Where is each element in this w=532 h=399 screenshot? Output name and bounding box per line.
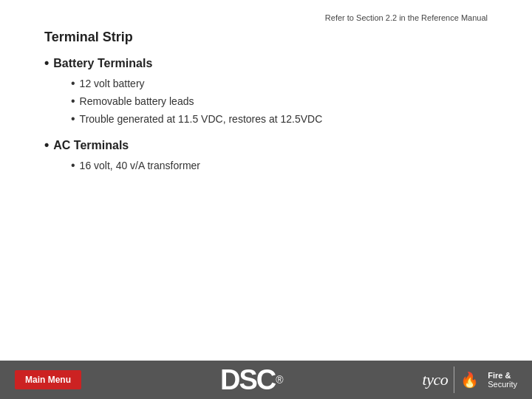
list-item: 16 volt, 40 v/A transformer — [71, 159, 488, 172]
dsc-logo: DSC® — [220, 364, 284, 396]
footer: Main Menu DSC® tyco 🔥 Fire & Security — [0, 361, 532, 399]
ac-terminals-group: AC Terminals 16 volt, 40 v/A transformer — [44, 137, 488, 172]
flame-icon: 🔥 — [460, 371, 479, 389]
ac-terminals-heading: AC Terminals — [44, 137, 488, 153]
list-item: Trouble generated at 11.5 VDC, restores … — [71, 112, 488, 126]
battery-terminals-heading: Battery Terminals — [44, 55, 488, 71]
list-item: Removable battery leads — [71, 95, 488, 108]
fire-label: Fire & — [488, 371, 511, 380]
dsc-logo-text: DSC — [220, 364, 275, 396]
logo-divider — [454, 366, 454, 393]
section-title: Terminal Strip — [44, 30, 488, 45]
refer-text: Refer to Section 2.2 in the Reference Ma… — [44, 13, 488, 22]
main-menu-button[interactable]: Main Menu — [15, 370, 81, 389]
ac-sub-list: 16 volt, 40 v/A transformer — [71, 159, 488, 172]
battery-terminals-group: Battery Terminals 12 volt battery Remova… — [44, 55, 488, 126]
list-item: 12 volt battery — [71, 77, 488, 90]
fire-security-text: Fire & Security — [488, 371, 517, 389]
battery-sub-list: 12 volt battery Removable battery leads … — [71, 77, 488, 126]
content-area: Refer to Section 2.2 in the Reference Ma… — [0, 0, 532, 355]
security-label: Security — [488, 380, 517, 389]
tyco-text: tyco — [423, 370, 449, 389]
tyco-logo: tyco 🔥 Fire & Security — [423, 366, 517, 393]
dsc-registered: ® — [276, 374, 283, 386]
